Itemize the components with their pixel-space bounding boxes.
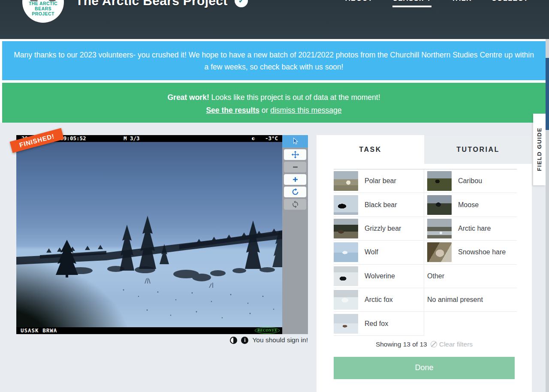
- choice-wolf[interactable]: Wolf: [334, 241, 424, 264]
- temperature-text: -3°C: [265, 135, 278, 142]
- main-nav: ABOUT CLASSIFY TALK COLLECT: [345, 0, 528, 7]
- banner-links: See the results or dismiss this message: [2, 105, 546, 115]
- project-logo[interactable]: THE ARCTIC BEARS PROJECT: [22, 0, 64, 23]
- site-header: THE ARCTIC BEARS PROJECT The Arctic Bear…: [0, 0, 549, 39]
- verified-badge-icon: ✓: [235, 0, 248, 7]
- no-filter-icon: [431, 341, 437, 347]
- nav-item-classify[interactable]: CLASSIFY: [392, 0, 431, 7]
- nav-item-collect[interactable]: COLLECT: [492, 0, 528, 7]
- zoom-out-button[interactable]: [284, 162, 306, 172]
- logo-text: THE ARCTIC BEARS PROJECT: [22, 1, 64, 16]
- caribou-thumbnail: [427, 171, 452, 191]
- choice-red-fox[interactable]: Red fox: [334, 312, 424, 335]
- move-tool-button[interactable]: [284, 149, 306, 160]
- black-bear-thumbnail: [334, 195, 358, 215]
- scrollbar-thumb[interactable]: [546, 58, 549, 130]
- out-of-data-banner: Great work! Looks like this project is o…: [2, 83, 546, 123]
- cursor-arrow-icon: [291, 137, 299, 145]
- tab-task[interactable]: TASK: [317, 135, 424, 164]
- image-toolbar: [282, 135, 308, 334]
- plus-icon: [291, 175, 299, 184]
- polar-bear-thumbnail: [334, 171, 358, 191]
- field-guide-tab[interactable]: FIELD GUIDE: [533, 114, 546, 185]
- page: THE ARCTIC BEARS PROJECT The Arctic Bear…: [0, 0, 549, 392]
- grizzly-bear-thumbnail: [334, 219, 358, 238]
- or-text: or: [259, 106, 270, 115]
- site-code-text: USASK BRWA: [21, 327, 57, 334]
- wolf-thumbnail: [334, 242, 358, 262]
- subject-viewer: 20 17 09:05:52 M 3/3 ◐ -3°C: [16, 135, 282, 334]
- panel-tabs: TASK TUTORIAL: [317, 135, 532, 164]
- clear-filters-button[interactable]: Clear filters: [431, 341, 473, 348]
- see-results-link[interactable]: See the results: [206, 106, 259, 115]
- moose-thumbnail: [427, 195, 452, 215]
- nav-item-talk[interactable]: TALK: [451, 0, 471, 7]
- dismiss-message-link[interactable]: dismiss this message: [270, 106, 341, 115]
- choice-moose[interactable]: Moose: [424, 193, 517, 217]
- frame-counter: M 3/3: [124, 135, 140, 142]
- minus-icon: [291, 163, 299, 171]
- red-fox-thumbnail: [334, 314, 358, 334]
- choice-no-animal[interactable]: No animal present: [424, 288, 517, 312]
- choice-snowshoe-hare[interactable]: Snowshoe hare: [424, 241, 517, 264]
- choice-wolverine[interactable]: Wolverine: [334, 265, 424, 288]
- choice-black-bear[interactable]: Black bear: [334, 193, 424, 217]
- page-scrollbar[interactable]: [546, 39, 549, 392]
- filter-summary: Showing 13 of 13 Clear filters: [317, 341, 532, 348]
- choice-grizzly-bear[interactable]: Grizzly bear: [334, 217, 424, 241]
- reset-view-button[interactable]: [284, 199, 306, 210]
- snowshoe-hare-thumbnail: [427, 242, 452, 262]
- wolverine-thumbnail: [334, 266, 358, 286]
- choice-arctic-hare[interactable]: Arctic hare: [424, 217, 517, 241]
- signin-text: You should sign in!: [252, 336, 308, 344]
- moon-phase-icon: ◐: [252, 135, 255, 142]
- empty-cell: [424, 312, 517, 335]
- info-icon[interactable]: i: [241, 337, 248, 344]
- signin-row: i You should sign in!: [16, 336, 308, 344]
- nav-item-about[interactable]: ABOUT: [345, 0, 373, 7]
- out-of-data-rest: Looks like this project is out of data a…: [209, 93, 380, 102]
- animal-choice-grid: Polar bear Caribou Black bear Moose Griz…: [334, 169, 517, 336]
- photo-corner-shadow: [16, 209, 197, 327]
- choice-arctic-fox[interactable]: Arctic fox: [334, 288, 424, 312]
- done-button[interactable]: Done: [334, 357, 515, 379]
- choice-polar-bear[interactable]: Polar bear: [334, 169, 424, 193]
- arctic-fox-thumbnail: [334, 290, 358, 310]
- camera-trap-photo[interactable]: [16, 142, 282, 327]
- theme-toggle-icon[interactable]: [230, 337, 237, 344]
- choice-caribou[interactable]: Caribou: [424, 169, 517, 193]
- reconyx-logo: RECONYX: [255, 327, 280, 334]
- announcement-text: Many thanks to our 2023 volunteers- you …: [13, 49, 534, 73]
- zoom-in-button[interactable]: [284, 174, 306, 185]
- tab-tutorial[interactable]: TUTORIAL: [424, 135, 532, 164]
- out-of-data-message: Great work! Looks like this project is o…: [2, 92, 546, 103]
- rotate-clockwise-icon: [291, 188, 299, 196]
- choice-other[interactable]: Other: [424, 265, 517, 288]
- camera-meta-bottom-bar: USASK BRWA: [16, 327, 282, 334]
- field-guide-label: FIELD GUIDE: [536, 127, 543, 171]
- showing-count-text: Showing 13 of 13: [376, 341, 427, 348]
- arctic-hare-thumbnail: [427, 219, 452, 238]
- annotate-tool-button[interactable]: [282, 135, 308, 148]
- page-title: The Arctic Bears Project: [75, 0, 228, 8]
- task-panel: TASK TUTORIAL Polar bear Caribou Black b…: [317, 135, 532, 392]
- great-work-text: Great work!: [167, 93, 209, 102]
- reset-sync-icon: [291, 200, 299, 208]
- announcement-banner: Many thanks to our 2023 volunteers- you …: [2, 41, 546, 80]
- rotate-button[interactable]: [284, 187, 306, 197]
- move-arrows-icon: [291, 151, 299, 159]
